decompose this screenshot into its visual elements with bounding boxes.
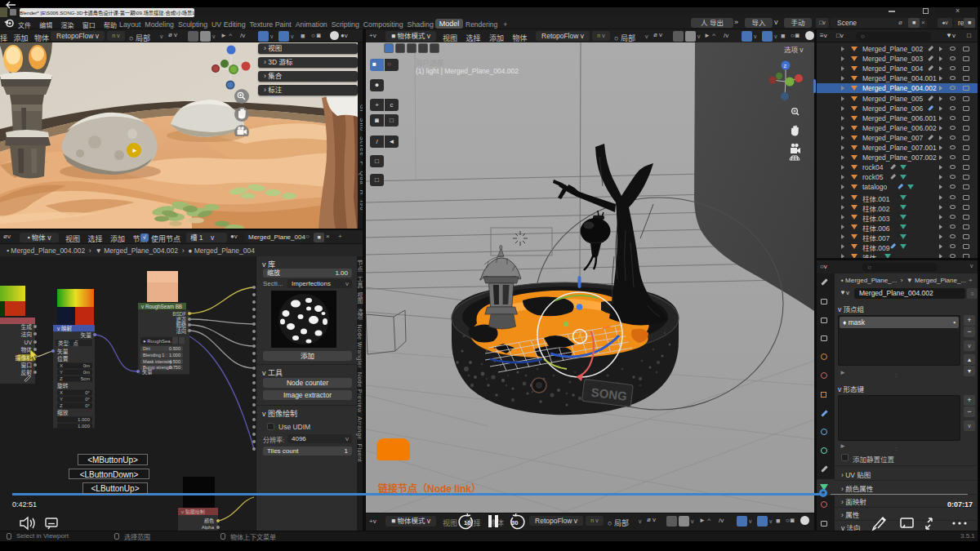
svg-text:v 贴图绘制: v 贴图绘制 — [181, 509, 205, 515]
svg-text:0.750: 0.750 — [169, 365, 180, 370]
svg-text:5cm: 5cm — [81, 376, 90, 381]
svg-text:1.000: 1.000 — [169, 353, 180, 358]
svg-text:矢量: 矢量 — [80, 331, 91, 339]
svg-text:0°: 0° — [85, 390, 90, 395]
svg-text:0°: 0° — [85, 397, 90, 402]
svg-text:v RoughSeam BB: v RoughSeam BB — [141, 304, 182, 310]
svg-text:10: 10 — [464, 519, 470, 527]
svg-text:Z: Z — [60, 376, 63, 381]
svg-text:0m: 0m — [83, 370, 90, 375]
svg-text:颜色: 颜色 — [204, 518, 214, 524]
svg-text:缩放: 缩放 — [57, 409, 69, 416]
svg-text:旋转: 旋转 — [57, 382, 69, 389]
svg-text:Z: Z — [60, 403, 63, 408]
svg-text:v 映射: v 映射 — [57, 325, 73, 332]
svg-text:Dirt: Dirt — [143, 346, 150, 351]
svg-text:Y: Y — [60, 370, 63, 375]
svg-text:0.500: 0.500 — [169, 346, 180, 351]
svg-text:● RoughSea...: ● RoughSea... — [143, 339, 175, 344]
svg-text:类型: 点: 类型: 点 — [58, 340, 78, 347]
svg-text:UV: UV — [24, 340, 33, 345]
svg-text:4.500: 4.500 — [169, 359, 180, 364]
svg-text:Blending 1: Blending 1 — [143, 353, 164, 358]
svg-text:法向: 法向 — [176, 327, 186, 335]
svg-text:Mask intensity: Mask intensity — [143, 359, 172, 364]
svg-text:矢量: 矢量 — [142, 368, 153, 375]
svg-text:1.000: 1.000 — [78, 417, 91, 422]
svg-text:Z: Z — [784, 64, 787, 69]
svg-text:矢量: 矢量 — [57, 348, 69, 355]
svg-text:0°: 0° — [85, 403, 90, 408]
svg-text:X: X — [60, 390, 63, 395]
svg-text:Alpha: Alpha — [202, 525, 215, 530]
svg-text:30: 30 — [511, 519, 518, 527]
svg-text:窗口: 窗口 — [20, 362, 32, 369]
svg-text:Y: Y — [60, 397, 63, 402]
svg-text:法向: 法向 — [20, 331, 32, 338]
svg-text:生成: 生成 — [20, 323, 32, 331]
svg-text:摄像机: 摄像机 — [16, 354, 33, 362]
svg-text:位置: 位置 — [57, 355, 69, 362]
svg-text:反射: 反射 — [20, 369, 32, 376]
svg-text:BSDF: BSDF — [172, 311, 186, 317]
svg-text:1.000: 1.000 — [78, 424, 91, 429]
svg-text:0m: 0m — [83, 363, 90, 368]
svg-text:X: X — [60, 363, 63, 368]
